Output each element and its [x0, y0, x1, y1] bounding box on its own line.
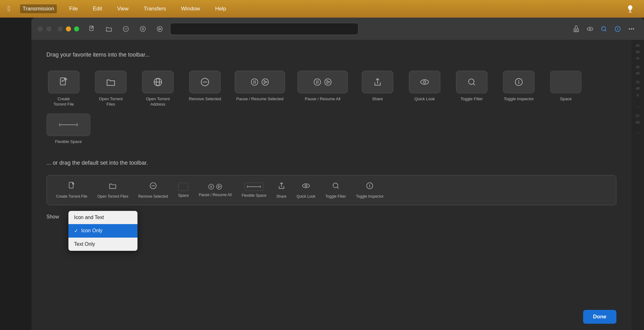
- svg-point-24: [469, 79, 474, 85]
- remove-selected-icon-box: [189, 71, 221, 93]
- svg-point-11: [629, 28, 630, 29]
- open-torrent-address-label: Open TorrentAddress: [146, 96, 170, 107]
- menu-file[interactable]: File: [67, 4, 80, 13]
- item-toggle-inspector[interactable]: Toggle Inspector: [502, 71, 536, 107]
- maximize-button[interactable]: [74, 26, 79, 31]
- content-area: Drag your favorite items into the toolba…: [31, 40, 631, 231]
- menu-edit[interactable]: Edit: [90, 4, 105, 13]
- ellipsis-1: …: [633, 101, 643, 111]
- pause-resume-selected-label: Pause / Resume Selected: [236, 96, 283, 102]
- search-toolbar-button[interactable]: [598, 23, 610, 35]
- default-create-torrent[interactable]: Create Torrent File: [56, 182, 87, 199]
- pause-button[interactable]: [136, 22, 149, 36]
- default-flexible-space[interactable]: Flexible Space: [242, 183, 266, 198]
- default-toggle-filter[interactable]: Toggle Filter: [325, 182, 346, 199]
- item-open-torrent-address[interactable]: Open TorrentAddress: [141, 71, 175, 107]
- share-toolbar-button[interactable]: [570, 23, 582, 35]
- menu-transmission[interactable]: Transmission: [20, 4, 56, 13]
- quick-look-label: Quick Look: [414, 96, 435, 102]
- item-toggle-filter[interactable]: Toggle Filter: [454, 71, 489, 107]
- item-open-torrent-files[interactable]: Open TorrentFiles: [94, 71, 128, 107]
- default-open-torrent-label: Open Torrent Files: [97, 194, 128, 199]
- dropdown-icon-and-text-label: Icon and Text: [74, 215, 104, 220]
- default-flex-space-icon: [244, 183, 263, 191]
- flexible-space-icon-box: [46, 113, 90, 136]
- svg-point-20: [314, 79, 321, 85]
- default-toggle-inspector[interactable]: Toggle Inspector: [356, 182, 384, 199]
- resume-button[interactable]: [153, 22, 166, 36]
- open-folder-button[interactable]: [102, 22, 115, 36]
- dropdown-icon-only[interactable]: ✓ Icon Only: [68, 224, 137, 238]
- drag-hint-top: Drag your favorite items into the toolba…: [46, 52, 616, 58]
- menu-transfers[interactable]: Transfers: [141, 4, 169, 13]
- show-row: Show Icon and Text ✓ Icon Only Text Only: [46, 214, 616, 220]
- done-button[interactable]: Done: [583, 310, 617, 324]
- dropdown-icon-only-label: Icon Only: [81, 228, 103, 234]
- dropdown-text-only-label: Text Only: [74, 241, 95, 247]
- svg-point-8: [589, 28, 591, 30]
- default-space-label: Space: [178, 193, 189, 198]
- inactive-dot-1: [38, 26, 43, 31]
- menu-view[interactable]: View: [115, 4, 131, 13]
- item-create-torrent[interactable]: CreateTorrent File: [46, 71, 81, 107]
- pause-resume-all-label: Pause / Resume All: [305, 96, 340, 102]
- info-toolbar-button[interactable]: [611, 23, 624, 35]
- space-label: Space: [560, 96, 572, 102]
- svg-point-22: [421, 80, 429, 85]
- remove-button[interactable]: [119, 22, 132, 36]
- show-dropdown[interactable]: Icon and Text ✓ Icon Only Text Only: [68, 211, 137, 251]
- toggle-filter-icon-box: [456, 71, 487, 93]
- default-quick-look-icon: [302, 182, 310, 192]
- toolbar-right-icons: [570, 23, 638, 35]
- open-torrent-address-icon-box: [142, 71, 174, 93]
- item-pause-resume-all[interactable]: Pause / Resume All: [298, 71, 348, 107]
- eye-toolbar-button[interactable]: [584, 23, 596, 35]
- menu-toolbar-button[interactable]: [625, 23, 638, 35]
- svg-point-30: [303, 184, 309, 188]
- default-quick-look[interactable]: Quick Look: [297, 182, 315, 199]
- default-toggle-inspector-icon: [366, 182, 374, 192]
- default-set-bar: Create Torrent File Open Torrent Files R…: [46, 175, 616, 205]
- item-pause-resume-selected[interactable]: Pause / Resume Selected: [235, 71, 285, 107]
- close-button[interactable]: [58, 26, 63, 31]
- remove-selected-label: Remove Selected: [189, 96, 221, 102]
- pause-resume-selected-icon-box: [235, 71, 285, 93]
- default-share[interactable]: Share: [276, 182, 287, 199]
- flexible-space-label: Flexible Space: [55, 139, 82, 145]
- default-share-icon: [277, 182, 286, 192]
- default-pause-resume-all[interactable]: Pause / Resume All: [199, 183, 232, 197]
- minimize-button[interactable]: [66, 26, 71, 31]
- default-remove-label: Remove Selected: [138, 194, 168, 199]
- default-remove-selected[interactable]: Remove Selected: [138, 182, 168, 199]
- svg-point-7: [587, 27, 593, 30]
- open-torrent-files-label: Open TorrentFiles: [99, 96, 123, 107]
- create-torrent-icon-box: [48, 71, 79, 93]
- create-torrent-label: CreateTorrent File: [53, 96, 74, 107]
- item-quick-look[interactable]: Quick Look: [407, 71, 442, 107]
- default-space[interactable]: Space: [178, 183, 189, 198]
- main-window: Drag your favorite items into the toolba…: [31, 18, 644, 330]
- svg-point-23: [423, 81, 426, 83]
- dropdown-text-only[interactable]: Text Only: [68, 238, 137, 251]
- item-share[interactable]: Share: [360, 71, 395, 107]
- share-icon-box: [362, 71, 393, 93]
- default-toggle-inspector-label: Toggle Inspector: [356, 194, 384, 199]
- pause-resume-all-icon-box: [298, 71, 348, 93]
- item-flexible-space[interactable]: Flexible Space: [46, 113, 90, 145]
- space-icon-box: [550, 71, 582, 93]
- apple-menu[interactable]: : [8, 5, 10, 13]
- open-torrent-files-icon-box: [95, 71, 126, 93]
- notification-icon[interactable]: [624, 3, 636, 15]
- menu-window[interactable]: Window: [179, 4, 202, 13]
- search-input[interactable]: [170, 23, 358, 35]
- quick-look-icon-box: [409, 71, 440, 93]
- default-open-torrent-files[interactable]: Open Torrent Files: [97, 182, 128, 199]
- traffic-lights: [58, 26, 79, 31]
- svg-point-12: [631, 28, 632, 29]
- new-torrent-button[interactable]: [85, 22, 99, 36]
- dropdown-icon-and-text[interactable]: Icon and Text: [68, 211, 137, 224]
- item-space[interactable]: Space: [549, 71, 583, 107]
- inactive-dot-2: [46, 26, 51, 31]
- menu-help[interactable]: Help: [212, 4, 228, 13]
- item-remove-selected[interactable]: Remove Selected: [188, 71, 222, 107]
